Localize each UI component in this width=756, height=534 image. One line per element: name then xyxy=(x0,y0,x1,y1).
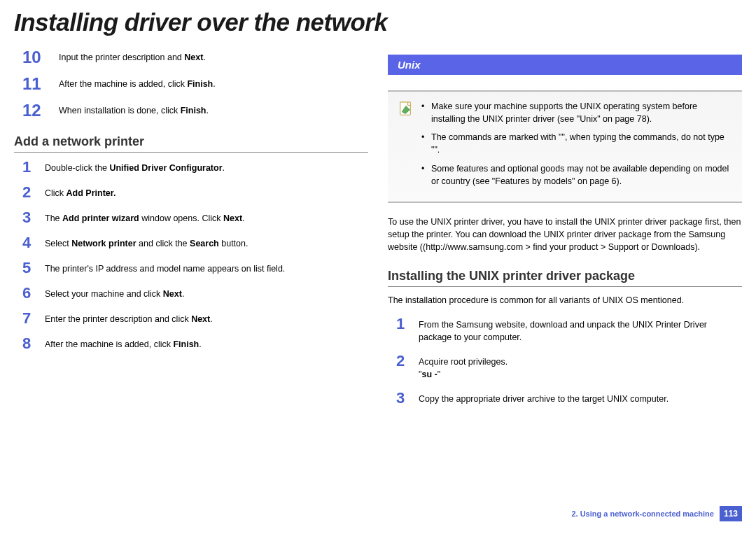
step-text: Double-click the Unified Driver Configur… xyxy=(45,160,225,175)
left-column: 10Input the printer description and Next… xyxy=(14,42,368,416)
note-bullets: Make sure your machine supports the UNIX… xyxy=(421,100,732,193)
step-number: 6 xyxy=(22,286,35,301)
subheading-install-unix-package: Installing the UNIX printer driver packa… xyxy=(388,269,742,287)
step-text: Select Network printer and click the Sea… xyxy=(45,235,248,251)
step-text: Acquire root privileges."su -" xyxy=(419,353,507,381)
step-number: 2 xyxy=(22,185,35,200)
note-bullet: The commands are marked with "", when ty… xyxy=(421,131,732,156)
note-bullet: Some features and optional goods may not… xyxy=(421,162,732,188)
page-footer: 2. Using a network-connected machine 113 xyxy=(571,506,742,521)
step-number: 12 xyxy=(22,102,49,119)
step-text: Click Add Printer. xyxy=(45,185,115,200)
step-text: Input the printer description and Next. xyxy=(59,49,206,64)
step-number: 8 xyxy=(22,336,35,351)
unix-install-paragraph: The installation procedure is common for… xyxy=(388,294,742,307)
step-text: Select your machine and click Next. xyxy=(45,286,184,301)
step-text: When installation is done, click Finish. xyxy=(59,102,209,118)
step-number: 2 xyxy=(396,353,409,369)
step-number: 3 xyxy=(396,391,409,406)
step-number: 7 xyxy=(22,311,35,326)
step-number: 1 xyxy=(396,316,409,332)
note-bullet: Make sure your machine supports the UNIX… xyxy=(421,100,732,125)
step-row: 5The printer's IP address and model name… xyxy=(22,260,368,276)
page-title: Installing driver over the network xyxy=(0,0,756,42)
step-row: 11After the machine is added, click Fini… xyxy=(22,76,368,92)
step-row: 3The Add printer wizard window opens. Cl… xyxy=(22,210,368,225)
step-row: 6Select your machine and click Next. xyxy=(22,286,368,301)
step-text: The printer's IP address and model name … xyxy=(45,260,285,276)
step-text: The Add printer wizard window opens. Cli… xyxy=(45,210,245,225)
footer-page-number: 113 xyxy=(720,506,742,521)
step-row: 2Acquire root privileges."su -" xyxy=(396,353,742,381)
unix-intro-paragraph: To use the UNIX printer driver, you have… xyxy=(388,216,742,253)
step-number: 3 xyxy=(22,210,35,225)
step-row: 10Input the printer description and Next… xyxy=(22,49,368,66)
step-row: 1Double-click the Unified Driver Configu… xyxy=(22,160,368,175)
step-number: 5 xyxy=(22,260,35,276)
footer-chapter: 2. Using a network-connected machine xyxy=(571,510,714,518)
right-column: Unix Make sure your machine supports the… xyxy=(388,42,742,416)
step-row: 2Click Add Printer. xyxy=(22,185,368,200)
section-bar-unix: Unix xyxy=(388,55,742,75)
subheading-add-network-printer: Add a network printer xyxy=(14,134,368,153)
step-text: From the Samsung website, download and u… xyxy=(419,316,742,344)
step-row: 7Enter the printer description and click… xyxy=(22,311,368,326)
note-box: Make sure your machine supports the UNIX… xyxy=(388,90,742,203)
step-row: 8After the machine is added, click Finis… xyxy=(22,336,368,351)
unix-install-steps: 1From the Samsung website, download and … xyxy=(388,316,742,406)
step-row: 4Select Network printer and click the Se… xyxy=(22,235,368,251)
step-text: After the machine is added, click Finish… xyxy=(59,76,216,91)
add-printer-steps: 1Double-click the Unified Driver Configu… xyxy=(14,160,368,351)
step-number: 4 xyxy=(22,235,35,251)
step-number: 10 xyxy=(22,49,49,66)
step-text: After the machine is added, click Finish… xyxy=(45,336,202,351)
step-row: 1From the Samsung website, download and … xyxy=(396,316,742,344)
content-columns: 10Input the printer description and Next… xyxy=(0,42,756,416)
step-text: Enter the printer description and click … xyxy=(45,311,213,326)
note-icon xyxy=(398,100,413,118)
step-row: 3Copy the appropriate driver archive to … xyxy=(396,391,742,406)
step-number: 1 xyxy=(22,160,35,175)
step-text: Copy the appropriate driver archive to t… xyxy=(419,391,668,406)
continued-steps: 10Input the printer description and Next… xyxy=(14,49,368,119)
step-number: 11 xyxy=(22,76,49,92)
step-row: 12When installation is done, click Finis… xyxy=(22,102,368,119)
